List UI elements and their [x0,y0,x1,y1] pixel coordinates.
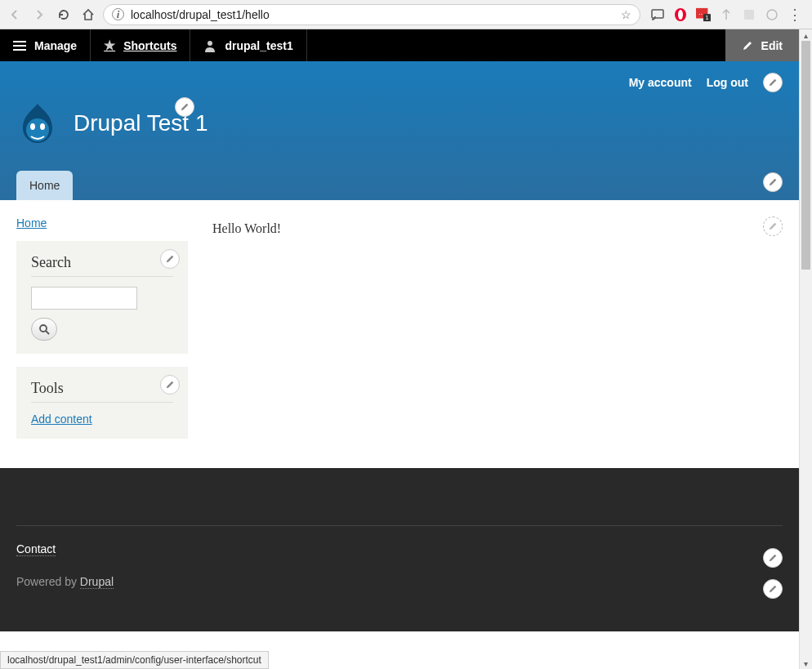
logout-link[interactable]: Log out [707,76,748,89]
breadcrumb: Home [16,216,188,230]
edit-search-block-button[interactable] [160,249,180,269]
pencil-icon [180,102,190,112]
page-body-text: Hello World! [212,221,783,236]
drupal-link[interactable]: Drupal [80,575,114,589]
home-button[interactable] [78,5,98,25]
home-icon [82,8,95,21]
breadcrumb-home-link[interactable]: Home [16,216,47,230]
manage-button[interactable]: Manage [0,29,91,61]
back-icon [8,8,21,21]
user-label: drupal_test1 [225,39,292,52]
edit-branding-button[interactable] [175,97,194,117]
svg-point-11 [30,123,35,130]
edit-footer-powered-button[interactable] [763,579,783,599]
shortcuts-label: Shortcuts [123,39,176,52]
reload-icon [57,8,70,21]
sidebar: Home Search Tools Add content [16,216,188,452]
pencil-icon [768,584,778,594]
address-bar[interactable]: i localhost/drupal_test1/hello ☆ [103,4,640,25]
footer: Contact Powered by Drupal [0,468,799,631]
opera-icon[interactable] [673,7,688,22]
browser-menu-icon[interactable]: ⋮ [787,7,802,22]
main-content-wrapper: Home Search Tools Add content Hello Wo [0,200,799,468]
cast-icon[interactable] [650,7,665,22]
pencil-icon [165,254,175,264]
header-region: My account Log out Drupal Test 1 Home [0,61,799,200]
status-bar: localhost/drupal_test1/admin/config/user… [0,651,269,669]
primary-nav: Home [0,171,799,200]
reload-button[interactable] [54,5,74,25]
pencil-icon [165,380,175,390]
search-input[interactable] [31,287,137,310]
site-branding: Drupal Test 1 [0,100,799,171]
forward-button[interactable] [29,5,49,25]
footer-divider [16,525,783,526]
pencil-icon [768,78,778,87]
scroll-down-icon[interactable]: ▾ [800,658,812,669]
url-text: localhost/drupal_test1/hello [131,8,614,21]
extension-icon-3[interactable] [742,7,756,22]
svg-point-10 [26,118,49,141]
browser-extensions: ⋯1 ⋮ [645,7,807,22]
info-icon[interactable]: i [112,8,124,20]
content-area: Hello World! [212,216,783,452]
search-block: Search [16,241,188,354]
back-button[interactable] [5,5,25,25]
extension-icon-2[interactable] [719,7,734,22]
drupal-logo-icon[interactable] [16,100,59,146]
search-submit-button[interactable] [31,318,57,341]
tools-block: Tools Add content [16,367,188,439]
user-menu-button[interactable]: drupal_test1 [190,29,306,61]
pencil-icon [768,177,778,187]
vertical-scrollbar[interactable]: ▴ ▾ [799,29,812,669]
scroll-thumb[interactable] [801,41,810,270]
extension-badge-icon[interactable]: ⋯1 [696,7,711,22]
edit-content-button[interactable] [763,216,783,236]
manage-label: Manage [34,39,77,52]
nav-tab-home[interactable]: Home [16,171,73,200]
hamburger-icon [13,41,26,51]
svg-point-12 [40,123,45,130]
forward-icon [33,8,46,21]
pencil-icon [768,221,778,231]
scroll-up-icon[interactable]: ▴ [800,29,812,41]
svg-text:1: 1 [706,14,709,21]
my-account-link[interactable]: My account [629,76,692,89]
search-block-title: Search [31,254,173,277]
search-icon [38,323,50,335]
edit-user-menu-button[interactable] [763,73,783,92]
svg-point-13 [40,325,47,332]
shortcuts-button[interactable]: ★ Shortcuts [91,29,190,61]
contact-link[interactable]: Contact [16,542,56,556]
edit-label: Edit [761,39,783,52]
svg-point-9 [207,41,212,46]
bookmark-star-icon[interactable]: ☆ [621,8,631,21]
edit-tools-block-button[interactable] [160,375,180,395]
edit-footer-contact-button[interactable] [763,548,783,568]
extension-icon-4[interactable] [765,7,779,22]
svg-line-14 [46,331,49,334]
add-content-link[interactable]: Add content [31,413,92,426]
powered-by: Powered by Drupal [16,575,783,588]
admin-toolbar: Manage ★ Shortcuts drupal_test1 Edit [0,29,799,61]
star-icon: ★ [104,38,115,53]
svg-point-2 [678,10,683,20]
edit-mode-button[interactable]: Edit [725,29,799,61]
svg-point-8 [767,10,777,20]
powered-prefix: Powered by [16,575,80,588]
user-menu: My account Log out [0,61,799,100]
svg-rect-0 [652,10,663,18]
browser-chrome: i localhost/drupal_test1/hello ☆ ⋯1 ⋮ [0,0,812,29]
edit-nav-button[interactable] [763,172,783,192]
pencil-icon [768,553,778,563]
pencil-icon [742,40,753,51]
user-icon [203,39,216,52]
svg-rect-7 [744,10,754,20]
tools-block-title: Tools [31,380,173,403]
